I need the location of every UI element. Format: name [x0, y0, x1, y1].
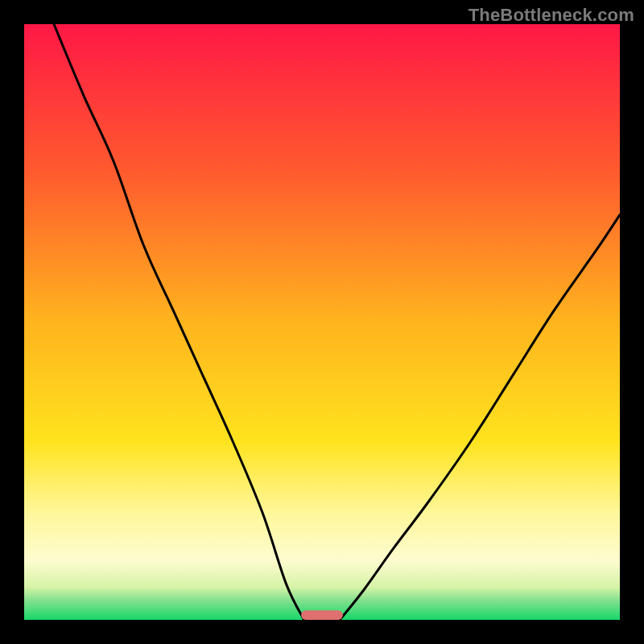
bottleneck-indicator	[301, 610, 343, 620]
chart-frame: TheBottleneck.com	[0, 0, 644, 644]
attribution-label: TheBottleneck.com	[469, 5, 634, 26]
bottleneck-chart	[0, 0, 644, 644]
gradient-background	[24, 24, 620, 620]
